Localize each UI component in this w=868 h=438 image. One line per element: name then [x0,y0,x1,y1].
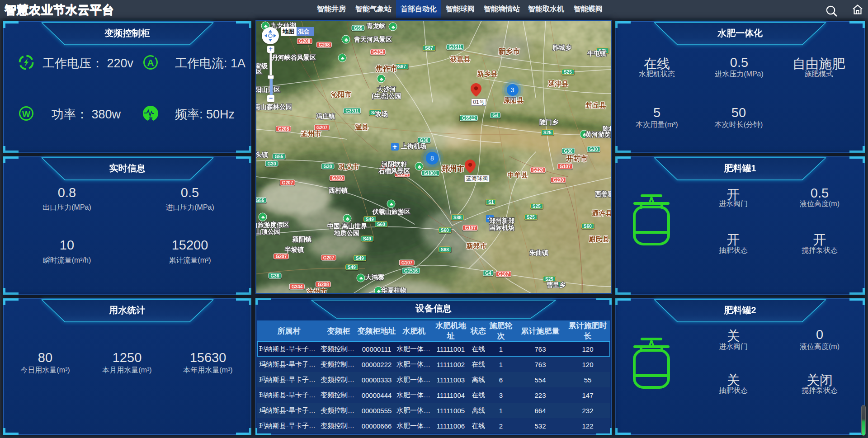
svg-text:W: W [22,109,30,119]
svg-text:A: A [147,57,154,68]
